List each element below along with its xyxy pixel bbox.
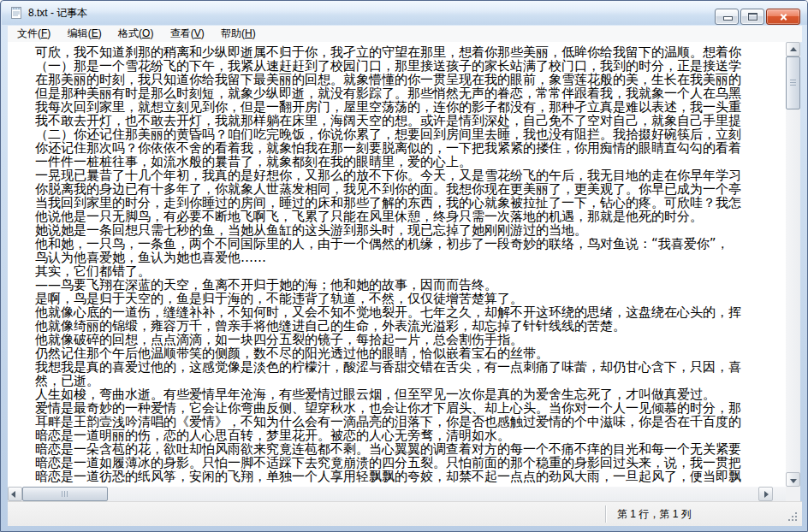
text-content: 可欣，我不知道刹那的稍离和少纵即逝属不归于你，我孑立的守望在那里，想着你那些美丽… — [9, 45, 787, 483]
text-line: 耳畔是王韵壹浅吟清唱的《爱情》，不知为什么会有一滴晶亮的泪落下，你是否也感触过爱… — [9, 415, 787, 429]
notepad-icon — [9, 6, 23, 20]
notepad-window: 8.txt - 记事本 文件(F) 编辑(E) 格式(O) 查看(V) 帮助(H… — [0, 0, 808, 532]
text-line: 一件件一桩桩往事，如流水般的曩昔了，就象都刻在我的眼睛里，爱的心上。 — [9, 155, 787, 168]
text-line: 一晃现已曩昔了十几个年初，我真的是好想你，又那么的放不下你。今天，又是雪花纷飞的… — [9, 168, 787, 182]
text-area[interactable]: 可欣，我不知道刹那的稍离和少纵即逝属不归于你，我孑立的守望在那里，想着你那些美丽… — [8, 42, 787, 487]
resize-grip-icon[interactable] — [788, 512, 799, 523]
close-button[interactable] — [766, 9, 800, 25]
scrollbar-corner — [786, 487, 800, 501]
title-bar[interactable]: 8.txt - 记事本 — [2, 1, 807, 25]
text-line: （二）你还记住那美丽的黄昏吗？咱们吃完晚饭，你说你累了，想要回到房间里去睡，我也… — [9, 127, 787, 141]
menu-file[interactable]: 文件(F) — [10, 26, 57, 42]
text-line: （一）那是一个雪花纷飞的下午，我紧从速赶赶到了校园门口，那里接送孩子的家长站满了… — [9, 59, 787, 73]
text-line: ——鸟要飞翔在深蓝的天空，鱼离不开归于她的海；他和她的故事，因而而告终。 — [9, 278, 787, 292]
text-line: 他就像破碎的回想，点点滴滴，如一块四分五裂的镜子，每拾起一片，总会割伤手指。 — [9, 333, 787, 346]
text-line: 但是那种美丽有时是那么时刻短，就象少纵即逝，就没有影踪了。那些悄然无声的眷恋，常… — [9, 86, 787, 100]
text-line: 我每次回到家里，就想立刻见到你，但是一翻开房门，屋里空荡荡的，连你的影子都没有，… — [9, 100, 787, 114]
text-line: 暗恋是一朵含苞的花，欲吐却怕风雨欲来究竟连苞都不剩。当心翼翼的调查着对方的每一个… — [9, 442, 787, 456]
thumb-grip-icon — [62, 491, 68, 497]
maximize-button[interactable] — [740, 9, 764, 25]
menu-format[interactable]: 格式(O) — [111, 26, 160, 42]
text-line: 当我回到家里的时分，走到你睡过的房间，睡过的床和那些了解的东西，我的心就象被拉扯… — [9, 196, 787, 210]
window-controls — [715, 9, 800, 25]
text-line: 可欣，我不知道刹那的稍离和少纵即逝属不归于你，我孑立的守望在那里，想着你那些美丽… — [9, 45, 787, 59]
text-line: 鸟认为他喜爱她，鱼认为她也喜爱他…… — [9, 251, 787, 264]
text-line: 仍然记住那个午后他温顺带笑的侧颜，数不尽的阳光透过他的眼睛，恰似嵌着宝石的丝带。 — [9, 346, 787, 360]
status-bar: 第 1 行，第 1 列 — [8, 501, 802, 526]
vertical-scrollbar[interactable] — [786, 42, 800, 487]
minimize-icon — [723, 16, 733, 21]
text-line: 人生如梭，弯曲水逝。有些爱情早年沧海，有些爱情过眼云烟，但至罕见一次你是真的为爱… — [9, 387, 787, 401]
status-divider — [605, 505, 607, 523]
text-line: 爱情是最奇妙的一种爱情，它会让你弯曲反侧、望穿秋水，也会让你才下眉头、却上心头。… — [9, 401, 787, 415]
window-title: 8.txt - 记事本 — [28, 1, 87, 25]
menu-edit[interactable]: 编辑(E) — [61, 26, 109, 42]
scroll-down-icon — [790, 479, 797, 483]
menu-bar: 文件(F) 编辑(E) 格式(O) 查看(V) 帮助(H) — [8, 26, 802, 42]
text-line: 我不敢去开灯，也不敢去开灯，我就那样躺在床里，海阔天空的想。或许是情到深处，自己… — [9, 114, 787, 127]
scroll-left-button[interactable] — [8, 487, 22, 501]
horizontal-scrollbar[interactable] — [8, 487, 787, 501]
text-line: 暗恋是一道彷恐的纸风筝，安闲的飞翔，单独一个人享用轻飘飘的夸姣，却禁不起一点点的… — [9, 470, 787, 483]
text-line: 我想我是真的喜爱过他的，这感觉像是淡色的柠檬汁，酸涩与香甜交错在舌尖，有一点刺痛… — [9, 360, 787, 374]
text-line: 他和她，一只鸟，一条鱼，两个不同国际里的人，由于一个偶然的机缘，初步了一段奇妙的… — [9, 237, 787, 251]
vertical-scrollbar-thumb[interactable] — [786, 56, 800, 109]
menu-view[interactable]: 查看(V) — [163, 26, 211, 42]
scroll-right-button[interactable] — [758, 487, 773, 501]
text-line: 在那美丽的时刻，我只知道你给我留下最美丽的回想。就象懵懂的你一贯呈现在我的眼前，… — [9, 73, 787, 86]
text-line: 他就像绮丽的锦缎，雍容万千，曾亲手将他缝进自己的生命，外表流光溢彩，却忘掉了针针… — [9, 319, 787, 333]
text-line: 其实，它们都错了。 — [9, 264, 787, 278]
text-line: 他就像心底的一道伤，缝缝补补，不知何时，又会不知不觉地裂开。七年之久，却解不开这… — [9, 305, 787, 319]
close-icon — [779, 13, 788, 21]
text-line: 暗恋是一道明丽的伤，恋的人心思百转，梦里花开。被恋的人心无旁骛，清明如水。 — [9, 429, 787, 442]
text-line: 她说她是一条回想只需七秒的鱼，当她从鱼缸的这头游到那头时，现已忘掉了她刚刚游过的… — [9, 223, 787, 237]
scroll-right-icon — [764, 491, 769, 498]
menu-help[interactable]: 帮助(H) — [214, 26, 263, 42]
text-line: 你还记住那次吗？你依依不舍的看着我，就象怕我在那一刻要脱离似的，一下把我紧紧的搂… — [9, 141, 787, 155]
text-line: 是啊，鸟是归于天空的，鱼是归于海的，不能违背了轨道，不然，仅仅徒增苦楚算了。 — [9, 292, 787, 305]
scroll-up-icon — [790, 47, 797, 51]
text-line: 他说他是一只无脚鸟，有必要不断地飞啊飞，飞累了只能在风里休憩，终身只需一次落地的… — [9, 210, 787, 223]
text-line: 然，已逝。 — [9, 374, 787, 387]
scroll-left-icon — [11, 491, 15, 498]
minimize-button[interactable] — [715, 9, 739, 25]
text-line: 暗恋是一道如履薄冰的身影。只怕一脚不适踩下去究竟崩溃的四分五裂。只怕前面的那个稳… — [9, 456, 787, 470]
maximize-icon — [748, 13, 758, 21]
horizontal-scrollbar-thumb[interactable] — [22, 487, 108, 501]
scroll-down-button[interactable] — [786, 472, 800, 487]
thumb-grip-icon — [790, 80, 796, 86]
scroll-up-button[interactable] — [786, 42, 800, 56]
text-line: 你脱离我的身边已有十多年了，你就象人世蒸发相同，我见不到你的面。我想你现在更美丽… — [9, 182, 787, 196]
caret-position: 第 1 行，第 1 列 — [617, 502, 692, 526]
